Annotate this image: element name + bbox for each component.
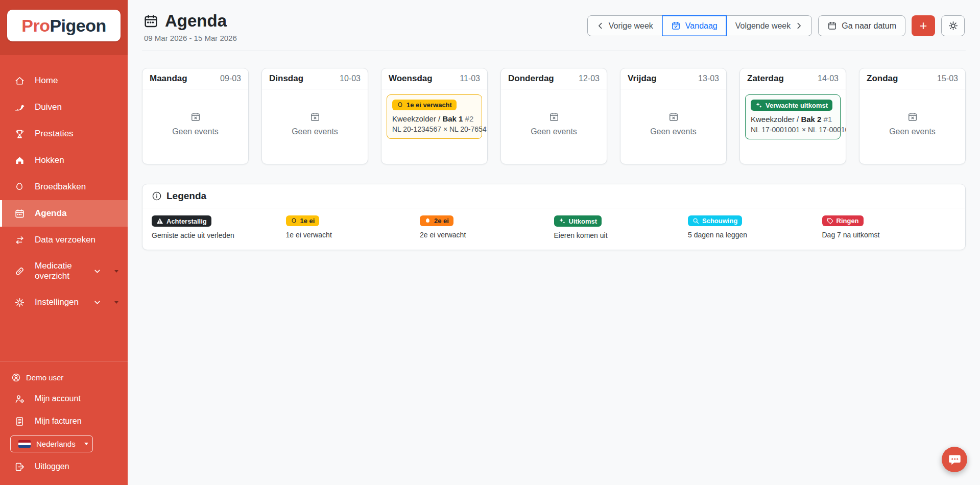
prev-week-button[interactable]: Vorige week bbox=[587, 15, 662, 36]
language-selector[interactable]: Nederlands bbox=[10, 435, 93, 452]
day-card-body: Geen events bbox=[859, 89, 965, 164]
legend-badge-label: Achterstallig bbox=[166, 218, 207, 225]
agenda-settings-button[interactable] bbox=[941, 15, 965, 36]
goto-date-button[interactable]: Ga naar datum bbox=[818, 15, 905, 36]
sidebar-item-data-verzoeken[interactable]: Data verzoeken bbox=[0, 227, 128, 253]
legend-badge: Achterstallig bbox=[152, 215, 211, 227]
event-pair: NL 20-1234567 × NL 20-7654321 bbox=[392, 125, 476, 133]
home-icon bbox=[14, 75, 25, 86]
brand-logo[interactable]: ProPigeon bbox=[7, 10, 121, 41]
sidebar-item-duiven[interactable]: Duiven bbox=[0, 94, 128, 120]
date-range: 09 Mar 2026 - 15 Mar 2026 bbox=[144, 34, 237, 42]
chat-button[interactable] bbox=[942, 447, 967, 472]
chevron-right-icon bbox=[795, 22, 803, 30]
sidebar-item-mijn-facturen[interactable]: Mijn facturen bbox=[0, 410, 128, 432]
day-card-vrijdag: Vrijdag13-03Geen events bbox=[620, 68, 727, 164]
agenda-controls: Vorige week Vandaag Volgende week Ga naa… bbox=[587, 15, 965, 36]
day-card-body: 1e ei verwachtKweekzolder / Bak 1 #2NL 2… bbox=[381, 89, 487, 164]
legend-badge-label: Schouwing bbox=[702, 217, 737, 224]
legend-badge-label: 2e ei bbox=[434, 217, 449, 224]
sidebar-item-label: Duiven bbox=[35, 102, 62, 112]
empty-state: Geen events bbox=[142, 89, 248, 164]
event-nest: Bak 1 bbox=[442, 114, 463, 123]
day-card-body: Geen events bbox=[262, 89, 368, 164]
language-label: Nederlands bbox=[36, 440, 76, 448]
loft-icon bbox=[14, 155, 25, 166]
day-date: 14-03 bbox=[818, 74, 839, 83]
calendar-icon bbox=[14, 208, 25, 219]
sidebar-item-label: Hokken bbox=[35, 155, 64, 165]
brand-pro: Pro bbox=[21, 16, 50, 35]
sidebar-item-mijn-account[interactable]: Mijn account bbox=[0, 387, 128, 410]
calendar-x-icon bbox=[309, 111, 321, 123]
tag-icon bbox=[827, 217, 833, 224]
brand-pigeon: Pigeon bbox=[50, 16, 106, 35]
sidebar-bottom: Demo user Mijn accountMijn facturen Nede… bbox=[0, 361, 128, 485]
sidebar-item-label: Prestaties bbox=[35, 129, 74, 139]
sidebar: ProPigeon HomeDuivenPrestatiesHokkenBroe… bbox=[0, 0, 128, 485]
legend-badge: Uitkomst bbox=[554, 215, 602, 227]
event-location: Kweekzolder / Bak 2 #1 bbox=[751, 115, 835, 124]
legend-item-achterstallig: AchterstalligGemiste actie uit verleden bbox=[152, 215, 286, 239]
empty-state-label: Geen events bbox=[889, 127, 936, 136]
legend-badge: 2e ei bbox=[420, 215, 453, 226]
empty-state: Geen events bbox=[501, 89, 607, 164]
goto-date-label: Ga naar datum bbox=[842, 21, 896, 31]
event-card[interactable]: Verwachte uitkomstKweekzolder / Bak 2 #1… bbox=[745, 94, 841, 139]
app-window: ProPigeon HomeDuivenPrestatiesHokkenBroe… bbox=[0, 0, 980, 485]
sidebar-item-label: Home bbox=[35, 76, 58, 86]
empty-state-label: Geen events bbox=[650, 127, 697, 136]
person-gear-icon bbox=[14, 393, 25, 404]
legend-badge: 1e ei bbox=[286, 215, 320, 226]
calendar-x-icon bbox=[548, 111, 560, 123]
day-name: Dinsdag bbox=[269, 74, 303, 84]
day-date: 09-03 bbox=[220, 74, 241, 83]
sidebar-item-label: Data verzoeken bbox=[35, 235, 95, 245]
event-ring-number: #2 bbox=[463, 114, 473, 123]
legend-badge-label: Uitkomst bbox=[569, 218, 597, 225]
day-card-donderdag: Donderdag12-03Geen events bbox=[500, 68, 607, 164]
egg-outline-icon bbox=[291, 217, 297, 224]
empty-state-label: Geen events bbox=[531, 127, 577, 136]
sidebar-item-hokken[interactable]: Hokken bbox=[0, 147, 128, 174]
sidebar-item-instellingen[interactable]: Instellingen bbox=[0, 289, 128, 316]
sidebar-item-medicatie-overzicht[interactable]: Medicatie overzicht bbox=[0, 253, 128, 289]
day-card-maandag: Maandag09-03Geen events bbox=[142, 68, 249, 164]
day-date: 12-03 bbox=[579, 74, 600, 83]
prev-week-label: Vorige week bbox=[609, 21, 653, 31]
next-week-button[interactable]: Volgende week bbox=[726, 15, 812, 36]
logout-button[interactable]: Uitloggen bbox=[0, 455, 128, 478]
egg-filled-icon bbox=[424, 217, 431, 224]
event-badge: Verwachte uitkomst bbox=[751, 100, 832, 111]
add-event-button[interactable]: + bbox=[912, 15, 935, 36]
day-card-body: Geen events bbox=[620, 89, 726, 164]
event-nest: Bak 2 bbox=[801, 115, 821, 124]
day-card-zondag: Zondag15-03Geen events bbox=[859, 68, 966, 164]
sidebar-item-broedbakken[interactable]: Broedbakken bbox=[0, 174, 128, 200]
sidebar-item-home[interactable]: Home bbox=[0, 67, 128, 94]
warning-icon bbox=[156, 217, 163, 225]
week-nav-group: Vorige week Vandaag Volgende week bbox=[587, 15, 812, 36]
chevron-left-icon bbox=[596, 22, 604, 30]
legend-panel: Legenda AchterstalligGemiste actie uit v… bbox=[142, 184, 966, 250]
sidebar-logo-band: ProPigeon bbox=[0, 0, 128, 55]
calendar-x-icon bbox=[668, 111, 679, 123]
legend-item-ringen: RingenDag 7 na uitkomst bbox=[822, 215, 957, 239]
day-card-header: Maandag09-03 bbox=[142, 68, 248, 89]
legend-caption: Gemiste actie uit verleden bbox=[152, 231, 286, 239]
sidebar-item-agenda[interactable]: Agenda bbox=[0, 200, 128, 227]
legend-caption: Eieren komen uit bbox=[554, 231, 688, 239]
sidebar-item-prestaties[interactable]: Prestaties bbox=[0, 120, 128, 147]
calendar-x-icon bbox=[907, 111, 918, 123]
trophy-icon bbox=[14, 128, 25, 139]
logout-label: Uitloggen bbox=[35, 462, 69, 471]
day-date: 10-03 bbox=[340, 74, 361, 83]
sidebar-item-label: Agenda bbox=[35, 208, 66, 219]
event-card[interactable]: 1e ei verwachtKweekzolder / Bak 1 #2NL 2… bbox=[387, 94, 482, 139]
day-card-header: Donderdag12-03 bbox=[501, 68, 607, 89]
today-button[interactable]: Vandaag bbox=[662, 15, 727, 36]
magnifier-icon bbox=[692, 217, 699, 224]
event-badge: 1e ei verwacht bbox=[392, 100, 457, 110]
day-card-dinsdag: Dinsdag10-03Geen events bbox=[261, 68, 368, 164]
sidebar-item-label: Instellingen bbox=[35, 297, 79, 307]
